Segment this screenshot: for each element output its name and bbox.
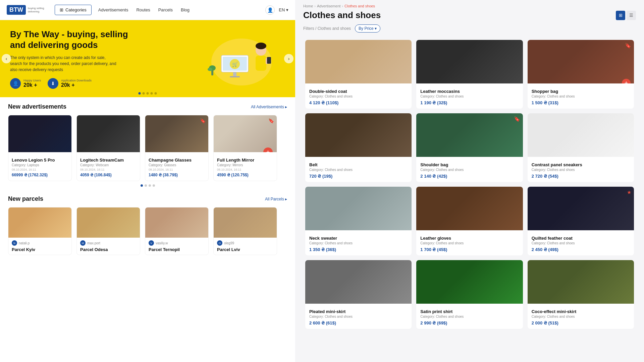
ad-dot-3[interactable]	[149, 184, 151, 187]
parcel-user-4: O oleg99	[217, 240, 273, 246]
parcel-img-1	[8, 207, 71, 238]
parcel-img-3	[145, 207, 208, 238]
parcel-title-4: Parcel Lviv	[217, 247, 273, 252]
product-bookmark-3[interactable]: 🔖	[625, 43, 631, 49]
ad-dot-4[interactable]	[153, 184, 155, 187]
ad-card-1[interactable]: Lenovo Legion 5 Pro Category: Laptops 08…	[8, 115, 72, 181]
hero-next-button[interactable]: ›	[284, 54, 293, 63]
ad-card-2[interactable]: Logitech StreamCam Category: Webcam 08.1…	[76, 115, 140, 181]
product-card-8[interactable]: Leather gloves Category: Clothes and sho…	[416, 187, 523, 255]
nav-link-routes[interactable]: Routes	[136, 7, 150, 12]
product-img-8	[416, 187, 523, 230]
ad-card-date-3: 08.10.2024, 16:11	[149, 168, 205, 171]
nav-link-blog[interactable]: Blog	[181, 7, 190, 12]
product-card-6[interactable]: Contrast panel sneakers Category: Clothe…	[528, 113, 634, 182]
grid-view-toggle[interactable]: ⊞	[616, 11, 625, 20]
ad-card-img-3: 🔖	[145, 115, 208, 152]
parcel-user-1: N natali.p	[12, 240, 68, 246]
parcel-card-1[interactable]: N natali.p Parcel Kyiv	[8, 207, 72, 255]
ad-card-img-4: 🔖 +	[214, 115, 277, 152]
hero-dots	[139, 92, 157, 95]
ad-cards-dots	[8, 184, 287, 188]
ad-dot-1[interactable]	[141, 184, 143, 187]
logo-sub: buying selling delivering	[28, 7, 48, 13]
product-card-10[interactable]: Pleated mini-skirt Category: Clothes and…	[305, 260, 412, 329]
hero-description: The only system in which you can create …	[10, 55, 117, 73]
product-card-7[interactable]: Neck sweater Category: Clothes and shoes…	[305, 187, 412, 255]
product-card-9[interactable]: ★ Quilted feather coat Category: Clothes…	[528, 187, 634, 255]
product-card-4[interactable]: Belt Category: Clothes and shoes 720 ₴ (…	[305, 113, 412, 182]
list-view-toggle[interactable]: ☰	[627, 11, 636, 20]
product-category-3: Category: Clothes and shoes	[532, 95, 630, 98]
nav-links: Advertisements Routes Parcels Blog	[98, 7, 259, 12]
categories-label: Categories	[65, 7, 87, 12]
svg-rect-8	[256, 56, 266, 71]
all-parcels-link[interactable]: All Parcels ▸	[265, 197, 287, 201]
ad-dot-2[interactable]	[145, 184, 147, 187]
hero-dot-3[interactable]	[147, 92, 149, 95]
ad-card-img-1	[8, 115, 71, 152]
breadcrumb-home[interactable]: Home	[303, 4, 313, 8]
language-selector[interactable]: EN ▾	[279, 7, 288, 12]
ad-card-3[interactable]: 🔖 Champagne Glasses Category: Glasses 08…	[145, 115, 209, 181]
hero-prev-button[interactable]: ‹	[2, 54, 11, 63]
product-plus-3[interactable]: +	[622, 79, 631, 83]
parcel-card-3[interactable]: V vasiliy.w Parcel Ternopil	[145, 207, 209, 255]
product-img-10	[305, 260, 412, 304]
ad-card-plus-4[interactable]: +	[263, 147, 273, 152]
ad-card-img-2	[77, 115, 140, 152]
price-filter[interactable]: By Price ▾	[355, 24, 380, 33]
new-advertisements-section: New advertisements All Advertisements ▸ …	[0, 97, 295, 188]
product-price-11: 2 990 ₴ (69$)	[420, 320, 519, 325]
product-card-2[interactable]: Leather moccasins Category: Clothes and …	[416, 40, 523, 109]
ad-card-bookmark-3[interactable]: 🔖	[200, 118, 206, 123]
new-parcels-title: New parcels	[8, 195, 43, 202]
user-icon[interactable]: 👤	[265, 5, 275, 15]
product-category-7: Category: Clothes and shoes	[309, 241, 408, 245]
ad-card-bookmark-4[interactable]: 🔖	[268, 118, 274, 123]
hero-dot-4[interactable]	[151, 92, 153, 95]
hero-illustration: 🛒	[198, 25, 285, 92]
product-card-5[interactable]: 🔖 Shoulder bag Category: Clothes and sho…	[416, 113, 523, 182]
ad-card-4[interactable]: 🔖 + Full Length Mirror Category: Mirrors…	[213, 115, 277, 181]
stat-label-users: Happy Users	[23, 79, 41, 82]
product-star-9[interactable]: ★	[627, 189, 631, 195]
nav-link-advertisements[interactable]: Advertisements	[98, 7, 128, 12]
product-card-11[interactable]: Satin print shirt Category: Clothes and …	[416, 260, 523, 329]
nav-link-parcels[interactable]: Parcels	[158, 7, 173, 12]
ad-card-price-1: 66999 ₴ (1762.32$)	[12, 173, 68, 177]
ad-card-category-3: Category: Glasses	[149, 163, 205, 167]
all-advertisements-link[interactable]: All Advertisements ▸	[251, 105, 287, 109]
product-body-7: Neck sweater Category: Clothes and shoes…	[305, 230, 412, 255]
product-img-4	[305, 113, 412, 157]
svg-point-11	[256, 43, 266, 49]
product-card-1[interactable]: Double-sided coat Category: Clothes and …	[305, 40, 412, 109]
parcel-card-2[interactable]: M max.port Parcel Odesa	[76, 207, 140, 255]
downloads-icon: ⬇	[48, 78, 58, 89]
ad-cards-row: Lenovo Legion 5 Pro Category: Laptops 08…	[8, 115, 287, 181]
product-img-5: 🔖	[416, 113, 523, 157]
ad-card-body-2: Logitech StreamCam Category: Webcam 08.1…	[77, 152, 140, 181]
product-card-12[interactable]: Coco-effect mini-skirt Category: Clothes…	[528, 260, 634, 329]
parcel-username-2: max.port	[87, 241, 100, 245]
product-card-3[interactable]: 🔖 + Shopper bag Category: Clothes and sh…	[528, 40, 634, 109]
hero-title: By The Way - buying, sellingand deliveri…	[10, 29, 198, 51]
parcel-user-2: M max.port	[80, 240, 137, 246]
navbar: BTW buying selling delivering ⊞ Categori…	[0, 0, 295, 20]
hero-dot-1[interactable]	[139, 92, 141, 95]
product-bookmark-5[interactable]: 🔖	[514, 116, 520, 122]
categories-button[interactable]: ⊞ Categories	[55, 5, 92, 15]
view-toggles: ⊞ ☰	[616, 11, 636, 20]
hero-dot-5[interactable]	[155, 92, 157, 95]
breadcrumb-advertisement[interactable]: Advertisement	[317, 4, 340, 8]
product-name-5: Shoulder bag	[420, 162, 519, 167]
product-category-8: Category: Clothes and shoes	[420, 241, 519, 245]
parcel-card-4[interactable]: O oleg99 Parcel Lviv	[213, 207, 277, 255]
product-price-6: 2 720 ₴ (54$)	[532, 174, 630, 179]
page-title: Clothes and shoes	[303, 10, 381, 20]
parcel-avatar-2: M	[80, 240, 86, 246]
stat-info-users: Happy Users 20k +	[23, 79, 41, 88]
hero-dot-2[interactable]	[143, 92, 145, 95]
product-price-9: 2 450 ₴ (49$)	[532, 247, 630, 252]
logo-text: BTW	[7, 5, 26, 15]
